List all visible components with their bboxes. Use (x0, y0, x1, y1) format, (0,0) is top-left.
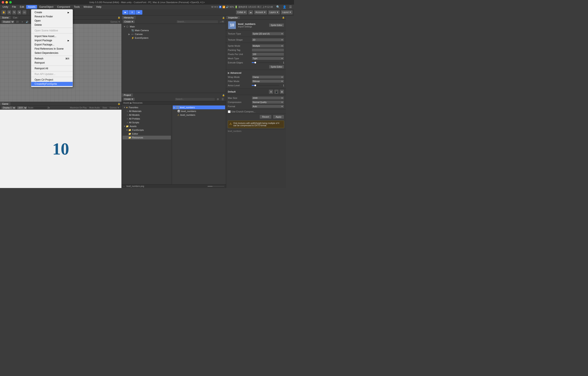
tree-fontscripts[interactable]: ▼ 📁 FontScripts (123, 128, 171, 132)
packing-tag-input[interactable] (252, 48, 284, 52)
project-settings-icon[interactable]: ⚙ (216, 98, 220, 101)
inspector-tab[interactable]: Inspector (226, 16, 240, 19)
sprite-editor-button[interactable]: Sprite Editor (269, 65, 284, 69)
rect-tool-btn[interactable]: ▭ (22, 10, 27, 15)
ctx-create[interactable]: Create ▶ (31, 10, 73, 14)
tree-all-prefabs[interactable]: ○ All Prefabs (123, 117, 171, 121)
hierarchy-item-eventsystem[interactable]: ⚡ EventSystem (123, 36, 225, 40)
hand-tool-btn[interactable]: ✋ (1, 10, 6, 15)
ctx-reimport-all[interactable]: Reimport All (31, 66, 73, 71)
crunch-checkbox[interactable] (228, 110, 231, 113)
tree-all-materials[interactable]: ○ All Materials (123, 109, 171, 113)
menu-edit[interactable]: Edit (18, 5, 26, 9)
tree-all-scripts[interactable]: ○ All Scripts (123, 121, 171, 124)
ctx-open-csharp[interactable]: Open C# Project (31, 78, 73, 82)
wrap-mode-value[interactable]: Clamp ▼ (252, 75, 284, 79)
apply-button[interactable]: Apply (273, 115, 284, 119)
minimize-button[interactable] (5, 1, 8, 4)
tree-all-models[interactable]: ○ All Models (123, 113, 171, 117)
account-button[interactable]: Account ▼ (254, 10, 267, 15)
file-level-numbers-1[interactable]: ▶ level_numbers (173, 105, 225, 109)
platform-tv-btn[interactable]: 🖥 (280, 89, 284, 94)
tree-favorites[interactable]: ▼ ★ Favorites (123, 105, 171, 109)
mesh-type-value[interactable]: Tight ▼ (252, 57, 284, 60)
scene-audio-btn[interactable]: 🔊 (25, 21, 29, 23)
project-search[interactable] (175, 98, 215, 101)
shaded-dropdown[interactable]: Shaded (1, 20, 14, 23)
texture-shape-value[interactable]: 2D ▼ (252, 38, 284, 42)
revert-button[interactable]: Revert (260, 115, 272, 119)
texture-type-value[interactable]: Sprite (2D and UI) ▼ (252, 32, 284, 35)
hierarchy-create-btn[interactable]: Create ▼ (123, 20, 135, 23)
stats-btn[interactable]: Stats (102, 106, 108, 109)
aniso-slider[interactable]: 1 (252, 84, 284, 87)
hierarchy-tab[interactable]: Hierarchy (122, 16, 136, 19)
zoom-slider[interactable] (208, 186, 224, 187)
layout-button[interactable]: Layout ▼ (281, 10, 293, 15)
hierarchy-search[interactable] (176, 20, 218, 23)
play-button[interactable]: ▶ (122, 10, 129, 15)
format-value[interactable]: Auto ▼ (252, 105, 284, 108)
layers-button[interactable]: Layers ▼ (268, 10, 280, 15)
hierarchy-item-maincamera[interactable]: 📷 Main Camera (123, 29, 225, 32)
max-size-value[interactable]: 2048 ▼ (252, 96, 284, 100)
ctx-select-dependencies[interactable]: Select Dependencies (31, 51, 73, 55)
scene-gizmos-btn[interactable]: Gizmos ▼ (110, 21, 120, 23)
rotate-tool-btn[interactable]: ↻ (12, 10, 16, 15)
search-icon[interactable]: 🔍 (275, 5, 281, 9)
scene-2d-btn[interactable]: 2D (15, 21, 20, 23)
tree-resources[interactable]: 📁 Resources (123, 136, 171, 139)
hierarchy-item-main[interactable]: ▼ ⬡ Main (123, 25, 225, 29)
open-button[interactable]: Sprite Editor (269, 23, 284, 27)
file-level-numbers-2[interactable]: level_numbers (173, 109, 225, 113)
display-dropdown[interactable]: Display 1 (1, 106, 16, 109)
project-view-icon[interactable]: ☰ (221, 98, 225, 101)
menu-help[interactable]: Help (95, 5, 103, 9)
menu-file[interactable]: File (10, 5, 18, 9)
step-button[interactable]: ⏭ (136, 10, 142, 15)
con-tab[interactable]: Con (11, 16, 20, 19)
ctx-refresh[interactable]: Refresh ⌘R (31, 57, 73, 61)
move-tool-btn[interactable]: ✛ (7, 10, 11, 15)
platform-mobile-btn[interactable]: 📱 (274, 89, 279, 94)
menu-icon[interactable]: ☰ (288, 5, 293, 9)
maximize-button[interactable] (9, 1, 12, 4)
menu-tools[interactable]: Tools (72, 5, 82, 9)
ctx-open[interactable]: Open (31, 19, 73, 23)
scale-tool-btn[interactable]: ⇲ (17, 10, 21, 15)
mute-audio-btn[interactable]: Mute Audio (89, 106, 101, 109)
project-create-btn[interactable]: Create ▼ (123, 98, 135, 101)
menu-assets[interactable]: Assets (26, 5, 37, 9)
ctx-delete[interactable]: Delete (31, 23, 73, 27)
ppu-input[interactable] (252, 52, 284, 56)
scene-tab[interactable]: Scene (0, 16, 11, 19)
maximize-on-play-btn[interactable]: Maximize On Play (69, 106, 88, 109)
aspect-dropdown[interactable]: 16:9 (17, 106, 27, 109)
tree-editor[interactable]: 📁 Editor (123, 132, 171, 136)
collab-button[interactable]: Collab ▼ (236, 10, 247, 15)
sprite-mode-value[interactable]: Multiple ▼ (252, 44, 284, 48)
tree-assets[interactable]: ▼ 📁 Assets (123, 124, 171, 128)
cloud-button[interactable]: ☁ (248, 10, 253, 15)
menu-unity[interactable]: Unity (1, 5, 10, 9)
compression-value[interactable]: Normal Quality ▼ (252, 101, 284, 104)
ctx-create-my-font-sprite[interactable]: CreateMyFontSprite (31, 82, 73, 86)
close-button[interactable] (2, 1, 4, 4)
file-level-numbers-3[interactable]: ⚠ level_numbers (173, 113, 225, 117)
scale-slider[interactable] (34, 107, 47, 108)
extrude-slider[interactable]: 1 (252, 62, 284, 64)
platform-download-btn[interactable]: ⬇ (269, 89, 273, 94)
scene-light-btn[interactable]: ☀ (21, 21, 24, 23)
ctx-find-references[interactable]: Find References In Scene (31, 47, 73, 51)
ctx-import-package[interactable]: Import Package ▶ (31, 38, 73, 42)
gizmos-btn[interactable]: Gizmos ▼ (109, 106, 120, 109)
project-lock-icon[interactable]: 🔒 (221, 94, 226, 96)
ctx-import-new-asset[interactable]: Import New Asset... (31, 34, 73, 38)
ctx-export-package[interactable]: Export Package... (31, 42, 73, 47)
filter-mode-value[interactable]: Bilinear ▼ (252, 80, 284, 83)
menu-component[interactable]: Component (55, 5, 72, 9)
menu-window[interactable]: Window (82, 5, 94, 9)
hierarchy-lock-icon[interactable]: 🔒 (221, 17, 226, 19)
notification-icon[interactable]: 👤 (282, 5, 287, 9)
menu-gameobject[interactable]: GameObject (38, 5, 55, 9)
